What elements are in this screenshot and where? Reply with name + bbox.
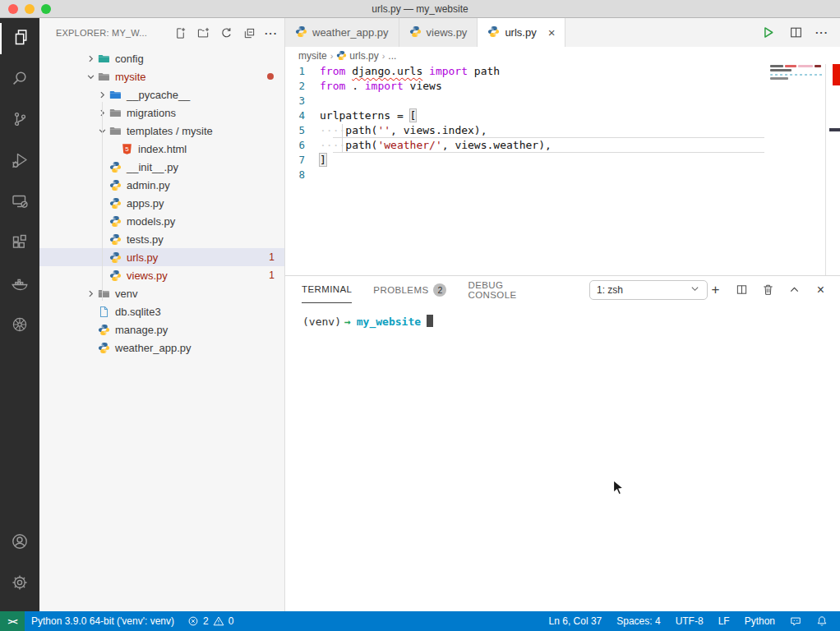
feedback-icon[interactable] [782, 611, 809, 631]
tree-item-index-html[interactable]: index.html [39, 140, 284, 158]
eol-status[interactable]: LF [711, 611, 737, 631]
collapse-folders-icon[interactable] [242, 25, 256, 40]
panel-tab-debug-console[interactable]: DEBUG CONSOLE [468, 276, 538, 303]
tree-item-config[interactable]: config [39, 49, 284, 67]
breadcrumb: mysite›urls.py›... [285, 47, 840, 64]
breadcrumb-label: urls.py [349, 50, 378, 62]
close-panel-icon[interactable]: × [813, 282, 828, 297]
tree-item-urls-py[interactable]: urls.py1 [39, 248, 284, 266]
split-terminal-icon[interactable] [734, 282, 750, 297]
panel-tab-problems[interactable]: PROBLEMS2 [373, 276, 446, 303]
breadcrumb-label: mysite [298, 50, 327, 62]
line-number: 4 [285, 108, 320, 123]
tab-urls-py[interactable]: urls.py× [478, 18, 565, 47]
explorer-title: EXPLORER: MY_W... [56, 28, 173, 38]
tree-item-label: config [115, 53, 144, 65]
terminal-cwd: my_website [357, 316, 421, 328]
activity-docker[interactable] [0, 265, 39, 306]
tree-item-weather-app-py[interactable]: weather_app.py [39, 339, 284, 357]
line-number: 3 [285, 94, 320, 108]
breadcrumb-item[interactable]: mysite [298, 50, 327, 62]
tree-item--pycache-[interactable]: __pycache__ [39, 85, 284, 104]
breadcrumb-item[interactable]: urls.py [336, 50, 378, 62]
tree-item-manage-py[interactable]: manage.py [39, 320, 284, 339]
code-text: from django.urls import path [320, 64, 500, 79]
tree-item-db-sqlite3[interactable]: db.sqlite3 [39, 302, 284, 320]
maximize-panel-icon[interactable] [787, 282, 802, 297]
new-file-icon[interactable] [173, 25, 187, 40]
activity-remote-explorer[interactable] [0, 182, 39, 223]
python-icon [336, 50, 347, 61]
tree-item-models-py[interactable]: models.py [39, 212, 284, 230]
python-icon [97, 341, 110, 354]
tree-item-label: venv [115, 288, 137, 300]
python-icon [108, 269, 122, 282]
tree-item-admin-py[interactable]: admin.py [39, 176, 284, 194]
tree-item-migrations[interactable]: migrations [39, 104, 284, 122]
shell-select[interactable]: 1: zsh [589, 280, 708, 300]
more-icon[interactable]: ··· [265, 27, 278, 39]
code-editor[interactable]: 1from django.urls import path2from . imp… [285, 64, 840, 275]
activity-settings[interactable] [0, 564, 39, 605]
indentation-status[interactable]: Spaces: 4 [609, 611, 667, 631]
cursor-position-status[interactable]: Ln 6, Col 37 [542, 611, 610, 631]
activity-source-control[interactable] [0, 100, 39, 141]
tree-item-label: admin.py [127, 179, 170, 191]
folder-icon [97, 287, 110, 300]
activity-search[interactable] [0, 59, 39, 100]
tree-item-templates-mysite[interactable]: templates / mysite [39, 122, 284, 140]
tree-item-label: weather_app.py [115, 342, 192, 354]
terminal-content[interactable]: (venv)→my_website [285, 303, 840, 611]
tree-item-venv[interactable]: venv [39, 284, 284, 302]
status-label: Ln 6, Col 37 [549, 615, 602, 627]
tree-item-views-py[interactable]: views.py1 [39, 266, 284, 284]
activity-account[interactable] [0, 523, 39, 564]
tab-views-py[interactable]: views.py [399, 18, 478, 47]
tree-item-mysite[interactable]: mysite [39, 67, 284, 85]
window-title: urls.py — my_website [0, 3, 840, 15]
problems-status[interactable]: 2 0 [181, 611, 240, 631]
chevron-down-icon [690, 283, 700, 297]
python-icon [108, 196, 122, 210]
tree-item-tests-py[interactable]: tests.py [39, 230, 284, 248]
tree-item-apps-py[interactable]: apps.py [39, 194, 284, 212]
run-python-file-icon[interactable] [759, 25, 776, 41]
zoom-window-button[interactable] [41, 4, 51, 14]
new-terminal-icon[interactable]: + [708, 282, 723, 297]
tab-label: weather_app.py [312, 26, 389, 39]
minimize-window-button[interactable] [25, 4, 35, 14]
bell-icon[interactable] [809, 611, 835, 631]
refresh-icon[interactable] [219, 25, 233, 40]
remote-indicator[interactable]: >< [0, 611, 25, 631]
titlebar[interactable]: urls.py — my_website [0, 0, 840, 18]
extensions-icon [10, 233, 30, 256]
new-folder-icon[interactable] [196, 25, 210, 40]
activity-explorer[interactable] [0, 18, 39, 59]
tree-item-label: templates / mysite [127, 125, 213, 137]
tree-item--init-py[interactable]: __init__.py [39, 158, 284, 176]
activity-extensions[interactable] [0, 223, 39, 265]
breadcrumb-item[interactable]: ... [388, 50, 396, 62]
code-line-2: 2from . import views [285, 79, 840, 94]
kill-terminal-icon[interactable] [760, 282, 776, 297]
encoding-status[interactable]: UTF-8 [668, 611, 711, 631]
activity-run-debug[interactable] [0, 141, 39, 182]
explorer-header: EXPLORER: MY_W... ··· [39, 18, 284, 48]
split-editor-icon[interactable] [787, 25, 804, 41]
overview-ruler[interactable] [825, 64, 840, 275]
language-mode-status[interactable]: Python [737, 611, 782, 631]
close-tab-icon[interactable]: × [548, 26, 556, 39]
minimap[interactable] [768, 64, 824, 154]
breadcrumb-separator: › [330, 51, 334, 61]
gear-icon [10, 573, 30, 596]
more-icon[interactable]: ··· [815, 26, 828, 39]
activity-kubernetes[interactable] [0, 306, 39, 347]
python-interpreter-status[interactable]: Python 3.9.0 64-bit ('venv': venv) [25, 611, 181, 631]
folder-icon [97, 52, 110, 65]
status-label: UTF-8 [676, 615, 704, 627]
panel-tab-terminal[interactable]: TERMINAL [302, 276, 352, 303]
tab-weather_app-py[interactable]: weather_app.py [285, 18, 399, 47]
problem-badge: 1 [269, 269, 275, 281]
terminal-cursor [427, 315, 433, 327]
close-window-button[interactable] [8, 4, 18, 14]
